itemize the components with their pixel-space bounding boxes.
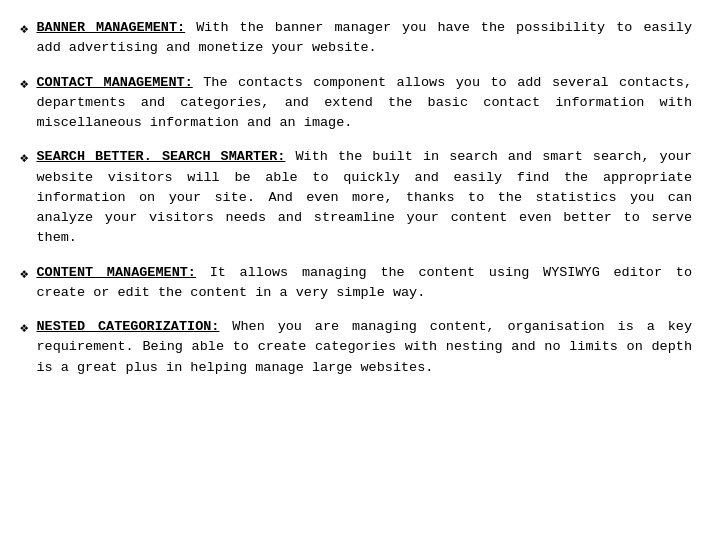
item-title: BANNER MANAGEMENT:	[36, 20, 185, 35]
item-title: NESTED CATEGORIZATION:	[36, 319, 219, 334]
bullet-content: CONTACT MANAGEMENT: The contacts compone…	[36, 73, 692, 134]
bullet-content: SEARCH BETTER. SEARCH SMARTER: With the …	[36, 147, 692, 248]
bullet-marker: ❖	[20, 74, 28, 95]
item-title: CONTACT MANAGEMENT:	[36, 75, 192, 90]
bullet-marker: ❖	[20, 19, 28, 40]
list-item: ❖ BANNER MANAGEMENT: With the banner man…	[20, 18, 692, 59]
list-item: ❖ NESTED CATEGORIZATION: When you are ma…	[20, 317, 692, 378]
bullet-marker: ❖	[20, 148, 28, 169]
bullet-content: BANNER MANAGEMENT: With the banner manag…	[36, 18, 692, 59]
list-item: ❖ CONTACT MANAGEMENT: The contacts compo…	[20, 73, 692, 134]
page-container: ❖ BANNER MANAGEMENT: With the banner man…	[0, 0, 720, 540]
bullet-marker: ❖	[20, 318, 28, 339]
list-item: ❖ SEARCH BETTER. SEARCH SMARTER: With th…	[20, 147, 692, 248]
bullet-content: CONTENT MANAGEMENT: It allows managing t…	[36, 263, 692, 304]
item-title: CONTENT MANAGEMENT:	[36, 265, 196, 280]
bullet-marker: ❖	[20, 264, 28, 285]
item-title: SEARCH BETTER. SEARCH SMARTER:	[36, 149, 285, 164]
bullet-content: NESTED CATEGORIZATION: When you are mana…	[36, 317, 692, 378]
list-item: ❖ CONTENT MANAGEMENT: It allows managing…	[20, 263, 692, 304]
